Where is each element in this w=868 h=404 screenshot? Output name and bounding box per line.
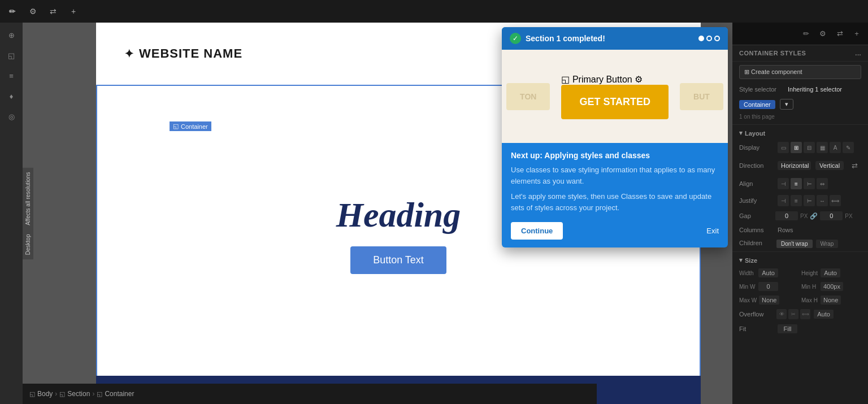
panel-settings-icon[interactable]: ⚙: [816, 27, 830, 41]
preview-btn-active-wrapper: ◱ Primary Button ⚙ GET STARTED: [561, 74, 669, 119]
style-selector-label: Style selector: [739, 86, 784, 93]
tooltip-actions: Continue Exit: [511, 222, 719, 240]
style-selector-dropdown[interactable]: ▾: [780, 99, 793, 110]
tooltip-desc-2: Let's apply some styles, then use Classe…: [511, 191, 719, 213]
justify-row: Justify ⊣ ≡ ⊢ ↔ ⟺: [732, 192, 868, 209]
display-icon-block[interactable]: ▭: [778, 142, 789, 153]
left-sidebar: ⊕ ◱ ≡ ♦ ◎: [0, 23, 23, 404]
overflow-slash-icon[interactable]: ✂: [788, 309, 798, 319]
sidebar-assets-icon[interactable]: ♦: [3, 88, 19, 104]
sidebar-components-icon[interactable]: ◎: [3, 108, 19, 124]
direction-toggle-icon[interactable]: ⇄: [848, 159, 861, 172]
overflow-scroll-icon[interactable]: ⟺: [800, 309, 810, 319]
layout-section-title[interactable]: ▾ Layout: [732, 126, 868, 139]
gap-input-2[interactable]: [820, 211, 843, 220]
height-value[interactable]: Auto: [821, 268, 840, 277]
breadcrumb-body-label: Body: [37, 390, 53, 398]
direction-row: Direction Horizontal Vertical ⇄: [732, 156, 868, 175]
minw-label: Min W: [739, 284, 756, 290]
align-stretch[interactable]: ⇔: [817, 178, 828, 189]
container-chip[interactable]: Container: [739, 100, 775, 109]
layout-collapse-icon: ▾: [739, 129, 743, 137]
top-toolbar: ✏ ⚙ ⇄ +: [0, 0, 868, 23]
maxw-value[interactable]: None: [759, 296, 779, 305]
sidebar-add-icon[interactable]: ⊕: [3, 27, 19, 43]
maxw-label: Max W: [739, 297, 757, 303]
toolbar-add-icon[interactable]: +: [66, 3, 81, 19]
container-label-badge[interactable]: ◱ Container: [170, 121, 211, 131]
display-label: Display: [739, 144, 773, 151]
sidebar-layers-icon[interactable]: ≡: [3, 68, 19, 84]
justify-start[interactable]: ⊣: [778, 195, 789, 206]
panel-more[interactable]: ...: [855, 50, 861, 57]
breadcrumb-container[interactable]: ◱ Container: [97, 390, 134, 398]
create-component-button[interactable]: ⊞ Create component: [739, 65, 861, 79]
overflow-eye-icon[interactable]: 👁: [776, 309, 787, 319]
section-icon: ◱: [59, 390, 65, 398]
display-icon-grid[interactable]: ⊟: [804, 142, 815, 153]
columns-rows-row: Columns Rows: [732, 223, 868, 237]
continue-button[interactable]: Continue: [511, 222, 563, 240]
toolbar-components-icon[interactable]: ⇄: [45, 3, 61, 19]
minw-minh-row: Min W 0 Min H 400px: [732, 280, 868, 293]
website-logo: ✦ WEBSITE NAME: [124, 46, 242, 61]
exit-button[interactable]: Exit: [706, 227, 719, 235]
container-bc-icon: ◱: [97, 390, 102, 398]
maxh-value[interactable]: None: [821, 296, 841, 305]
direction-h-value[interactable]: Horizontal: [778, 161, 811, 170]
justify-center[interactable]: ≡: [791, 195, 802, 206]
toolbar-brush-icon[interactable]: ✏: [5, 3, 20, 19]
tooltip-next-label: Next up: Applying styles and classes: [511, 151, 719, 160]
canvas-area: Affects all resolutions Desktop ✦ WEBSIT…: [23, 23, 732, 404]
preview-btn-main[interactable]: GET STARTED: [561, 85, 669, 119]
direction-v-value[interactable]: Vertical: [815, 161, 844, 170]
breadcrumb-section[interactable]: ◱ Section: [59, 390, 90, 398]
gap-link-icon[interactable]: 🔗: [810, 212, 818, 220]
overflow-icons: 👁 ✂ ⟺: [776, 309, 810, 319]
toolbar-settings-icon[interactable]: ⚙: [25, 3, 41, 19]
width-cell: Width Auto: [739, 268, 799, 277]
display-icon-inline[interactable]: ▦: [817, 142, 828, 153]
fit-value[interactable]: Fill: [778, 324, 797, 333]
affects-label: Affects all resolutions: [23, 167, 33, 229]
align-end[interactable]: ⊢: [804, 178, 815, 189]
minw-value[interactable]: 0: [758, 282, 778, 291]
logo-icon: ✦: [124, 47, 134, 60]
fit-label: Fit: [739, 325, 773, 332]
fit-row: Fit Fill: [732, 322, 868, 336]
panel-add-icon[interactable]: +: [850, 27, 863, 41]
panel-components-icon[interactable]: ⇄: [833, 27, 847, 41]
wrap-chip[interactable]: Wrap: [816, 240, 839, 248]
minh-value[interactable]: 400px: [821, 282, 843, 291]
container-icon: ◱: [173, 123, 179, 130]
columns-label: Columns: [739, 227, 773, 233]
display-icon-flex[interactable]: ⊞: [791, 142, 802, 153]
breadcrumb-body[interactable]: ◱ Body: [29, 390, 53, 398]
width-height-row: Width Auto Height Auto: [732, 266, 868, 280]
dont-wrap-chip[interactable]: Don't wrap: [776, 240, 813, 248]
divider-2: [732, 251, 868, 252]
align-center[interactable]: ≡: [791, 178, 802, 189]
overflow-value[interactable]: Auto: [814, 310, 834, 319]
overflow-label: Overflow: [739, 311, 773, 318]
sidebar-pages-icon[interactable]: ◱: [3, 47, 19, 63]
display-icon-edit[interactable]: ✎: [843, 142, 854, 153]
breadcrumb-sep-2: ›: [92, 390, 94, 398]
justify-end[interactable]: ⊢: [804, 195, 815, 206]
width-value[interactable]: Auto: [758, 268, 778, 277]
display-icon-text[interactable]: A: [830, 142, 841, 153]
width-label: Width: [739, 270, 756, 276]
gap-input-1[interactable]: [775, 211, 798, 220]
children-label: Children: [739, 240, 773, 248]
panel-brush-icon[interactable]: ✏: [799, 27, 813, 41]
justify-between[interactable]: ↔: [817, 195, 828, 206]
align-start[interactable]: ⊣: [778, 178, 789, 189]
primary-btn-label-text: Primary Button: [572, 75, 632, 84]
justify-evenly[interactable]: ⟺: [830, 195, 841, 206]
overflow-row: Overflow 👁 ✂ ⟺ Auto: [732, 307, 868, 322]
tooltip-panel: ✓ Section 1 completed! TON ◱ Primary But…: [502, 27, 728, 247]
hero-button[interactable]: Button Text: [350, 246, 446, 274]
gap-unit-2: PX: [845, 213, 852, 219]
size-section-title[interactable]: ▾ Size: [732, 253, 868, 266]
align-label: Align: [739, 180, 773, 187]
